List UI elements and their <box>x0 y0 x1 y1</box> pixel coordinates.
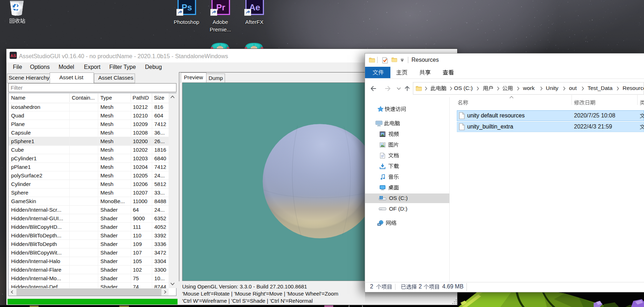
svg-text:Pr: Pr <box>216 2 225 12</box>
svg-text:AS: AS <box>10 54 16 58</box>
